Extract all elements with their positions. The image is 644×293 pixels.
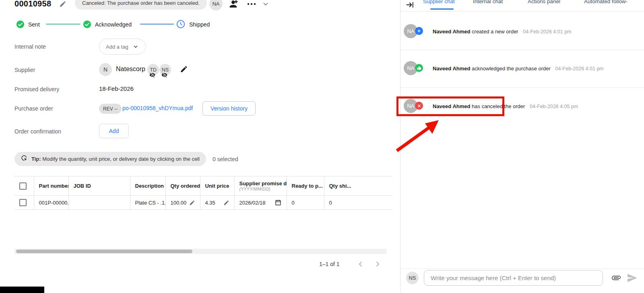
event-action: created a new order <box>472 29 518 35</box>
step-shipped-label: Shipped <box>189 21 210 28</box>
event-action: acknowledged the purchase order <box>472 66 551 72</box>
avatar: NA <box>209 0 223 10</box>
event-author: Naveed Ahmed <box>433 103 470 109</box>
col-promise-date: Supplier promise date (YYYY/MM/DD) <box>234 176 287 196</box>
tip-text: Modify the quantity, unit price, or deli… <box>42 156 200 162</box>
promised-delivery-value: 18-Feb-2026 <box>99 85 134 92</box>
tab-internal-chat[interactable]: Internal chat <box>473 0 503 4</box>
status-banner: Canceled: The purchase order has been ca… <box>75 0 207 10</box>
attach-file-icon[interactable] <box>611 273 621 284</box>
col-unit-price: Unit price <box>200 176 234 196</box>
add-tag-dropdown[interactable]: Add a tag <box>99 39 146 55</box>
collapse-panel-icon[interactable] <box>405 0 414 11</box>
tab-supplier-chat[interactable]: Supplier chat <box>423 0 455 4</box>
cell-qty-ordered[interactable]: 100.00 <box>165 196 200 210</box>
event-time: 04-Feb-2026 4:01 pm <box>523 29 571 35</box>
divider <box>400 268 644 269</box>
step-acknowledged-check-icon <box>83 20 91 29</box>
pagination-label: 1–1 of 1 <box>319 261 340 267</box>
step-connector <box>140 24 174 25</box>
revision-badge: REV -- <box>99 104 122 114</box>
version-history-button[interactable]: Version history <box>202 101 256 116</box>
prev-page-icon[interactable] <box>356 259 365 270</box>
step-sent-label: Sent <box>28 21 40 28</box>
cell-qty-shipped: 0 <box>324 196 392 210</box>
internal-note-label: Internal note <box>14 43 46 50</box>
divider <box>400 50 644 50</box>
created-plus-badge-icon <box>415 27 423 35</box>
eye-off-icon <box>161 72 167 80</box>
table-header-row: Part number JOB ID Description Qty order… <box>14 176 392 196</box>
tab-actions-panel[interactable]: Actions panel <box>528 0 560 4</box>
event-time: 04-Feb-2026 4:05 pm <box>530 104 578 109</box>
divider <box>400 11 644 12</box>
col-qty-shipped: Qty shi... <box>324 176 392 196</box>
chevron-down-icon <box>132 43 139 50</box>
order-number: 00010958 <box>14 0 51 8</box>
event-author: Naveed Ahmed <box>433 66 470 72</box>
next-page-icon[interactable] <box>373 259 382 270</box>
line-items-table: Part number JOB ID Description Qty order… <box>14 176 392 210</box>
send-message-icon[interactable] <box>627 273 638 285</box>
chevron-down-icon[interactable] <box>262 0 270 10</box>
purchase-order-label: Purchase order <box>14 105 53 112</box>
cell-description: Plate CS - .1... <box>130 196 165 210</box>
select-all-checkbox[interactable] <box>19 182 27 190</box>
eye-off-icon <box>149 72 155 80</box>
date-format-hint: (YYYY/MM/DD) <box>239 186 282 191</box>
click-cursor-icon <box>21 155 29 164</box>
col-qty-ordered: Qty ordered <box>165 176 200 196</box>
more-options-icon[interactable] <box>246 1 257 8</box>
add-tag-label: Add a tag <box>106 44 128 50</box>
event-author: Naveed Ahmed <box>433 29 470 35</box>
cell-unit-price[interactable]: 4.35 <box>200 196 234 210</box>
order-confirmation-label: Order confirmation <box>14 128 61 135</box>
tip-banner: Tip: Modify the quantity, unit price, or… <box>14 152 206 166</box>
edit-order-icon[interactable] <box>59 0 66 9</box>
add-person-icon[interactable] <box>229 0 239 11</box>
event-action: has canceled the order <box>472 103 525 109</box>
step-sent-check-icon <box>16 20 25 29</box>
edit-supplier-icon[interactable] <box>180 65 188 75</box>
col-job-id: JOB ID <box>68 176 130 196</box>
cell-job-id <box>68 196 130 210</box>
current-user-avatar: NS <box>406 272 419 284</box>
divider <box>400 87 644 88</box>
canceled-x-badge-icon <box>415 102 423 110</box>
col-description: Description <box>130 176 165 196</box>
edit-price-icon[interactable] <box>223 200 229 206</box>
calendar-icon[interactable] <box>275 199 282 206</box>
supplier-avatar: N <box>99 63 112 76</box>
step-acknowledged-label: Acknowledged <box>95 21 132 28</box>
purchase-order-page: 00010958 Canceled: The purchase order ha… <box>0 0 644 293</box>
event-time: 04-Feb-2026 4:01 pm <box>555 66 604 72</box>
po-pdf-link[interactable]: po-00010958_vhDYmua.pdf <box>122 105 193 111</box>
cell-part-number: 001P-00000... <box>34 196 68 210</box>
selected-count: 0 selected <box>213 156 238 162</box>
row-checkbox[interactable] <box>19 199 27 206</box>
acknowledged-thumb-up-badge-icon <box>415 64 423 72</box>
tip-prefix: Tip: <box>31 156 41 162</box>
tab-automated-followups[interactable]: Automated follow- <box>584 0 627 4</box>
tip-row: Tip: Modify the quantity, unit price, or… <box>14 152 238 166</box>
add-confirmation-button[interactable]: Add <box>99 124 129 138</box>
promised-delivery-label: Promised delivery <box>14 86 59 92</box>
scrollbar-thumb[interactable] <box>16 250 192 253</box>
cell-ready-to-pick: 0 <box>287 196 324 210</box>
active-tab-indicator <box>430 8 454 10</box>
step-shipped-clock-icon <box>176 20 185 28</box>
edit-qty-icon[interactable] <box>189 200 195 206</box>
supplier-label: Supplier <box>14 67 35 73</box>
col-ready-to-pick: Ready to p... <box>287 176 324 196</box>
supplier-name: Natescorp <box>116 66 145 73</box>
horizontal-scrollbar[interactable] <box>14 249 386 254</box>
table-row: 001P-00000... Plate CS - .1... 100.00 4.… <box>14 196 392 210</box>
col-part-number: Part number <box>34 176 68 196</box>
chat-panel: Supplier chat Internal chat Actions pane… <box>400 0 644 293</box>
screen-corner-bar <box>0 287 44 293</box>
message-input[interactable] <box>424 270 603 286</box>
cell-promise-date[interactable]: 2026/02/18 <box>234 196 287 210</box>
step-connector <box>46 24 80 25</box>
